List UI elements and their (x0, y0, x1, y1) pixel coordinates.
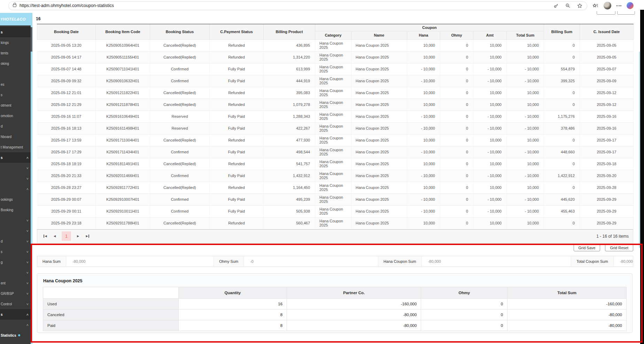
table-row[interactable]: 2025-09-09 09:32K25090910632H01Confirmed… (37, 75, 634, 87)
last-page-button[interactable]: ▶ (84, 232, 91, 240)
cell-billing: 0 (544, 182, 580, 193)
sidebar-item[interactable]: Control∨ (0, 299, 31, 309)
col-header-booking-date[interactable]: Booking Date (37, 24, 96, 39)
page-scrollbar[interactable] (639, 52, 640, 248)
zoom-out-icon[interactable] (565, 2, 571, 9)
sidebar-item[interactable]: s (0, 90, 31, 100)
table-row[interactable]: 2025-09-20 21:33K25092011466H01Confirmed… (37, 170, 634, 182)
table-row[interactable]: 2025-09-17 17:29K25091711434H01Confirmed… (37, 146, 634, 158)
sidebar-item[interactable]: ent∨ (0, 278, 31, 288)
current-page-button[interactable]: 1 (62, 231, 71, 241)
grid-save-button[interactable]: Grid Save (574, 244, 600, 251)
ohmy-sum-label: Ohmy Sum (214, 256, 244, 267)
cell-status: Confirmed (150, 205, 210, 217)
cell-ohmy: 0 (440, 99, 473, 110)
partial-button[interactable] (617, 11, 635, 15)
col-header-hana[interactable]: Hana (407, 31, 440, 39)
table-row[interactable]: 2025-09-05 13:20K25090510964H01Cancelled… (37, 39, 634, 51)
first-page-button[interactable]: ◀ (41, 232, 49, 240)
cell-partner: -160,000 (287, 299, 421, 309)
cell-amt: 10,000 (473, 182, 507, 193)
collections-icon[interactable] (592, 2, 598, 9)
col-header-payment-status[interactable]: C.Payment Status (210, 24, 264, 39)
sidebar-item[interactable]: omotion (0, 110, 31, 121)
grid-reset-button[interactable]: Grid Reset (605, 244, 633, 251)
sidebar-item[interactable]: ∧ (0, 320, 31, 330)
cell-status: Confirmed (150, 146, 210, 158)
col-header-category[interactable]: Category (315, 31, 351, 39)
col-header-name[interactable]: Name (351, 31, 407, 39)
table-row[interactable]: 2025-09-16 18:13K25091611498H01ReservedF… (37, 122, 634, 134)
sidebar-item[interactable]: ∨ (0, 163, 31, 173)
browser-menu-icon[interactable] (616, 5, 621, 6)
col-header-booking-item-code[interactable]: Booking Item Code (96, 24, 150, 39)
cell-ohmy: 0 (440, 170, 473, 182)
address-bar[interactable]: https://test-adm.ohmyhotel.com/coupon-st… (8, 1, 587, 10)
cell-amt: - 10,000 (473, 193, 507, 205)
cell-product: 444,919 (264, 75, 315, 87)
previous-page-button[interactable]: ◀ (51, 232, 59, 240)
col-header-total-sum[interactable]: Total Sum (507, 31, 544, 39)
sidebar-item[interactable]: hboard (0, 131, 31, 142)
url-text[interactable]: https://test-adm.ohmyhotel.com/coupon-st… (20, 3, 549, 8)
cell-name: Hana Coupon 2025 (351, 193, 407, 205)
sidebar-item[interactable]: otment (0, 100, 31, 110)
table-row[interactable]: 2025-09-12 21:29K25091211878H01Cancelled… (37, 99, 634, 110)
table-row[interactable]: 2025-09-29 00:11K25092910011H01Confirmed… (37, 205, 634, 217)
sidebar-item[interactable]: ∨ (0, 225, 31, 236)
table-row[interactable]: 2025-09-16 11:07K25091610649H01ReservedF… (37, 110, 634, 122)
col-header-billing-product[interactable]: Billing Product (264, 24, 315, 39)
sidebar-item[interactable] (0, 69, 31, 79)
sidebar-item[interactable]: ∧ (0, 184, 31, 194)
copilot-icon[interactable] (627, 2, 634, 9)
col-header-issued-date[interactable]: C. Issued Date (580, 24, 634, 39)
sidebar-item[interactable]: tents (0, 48, 31, 58)
table-row[interactable]: 2025-09-18 18:19K25091811491H01Cancelled… (37, 158, 634, 170)
sidebar-item[interactable]: s∧ (0, 152, 31, 163)
sidebar-item[interactable]: t Management (0, 142, 31, 152)
table-row[interactable]: 2025-09-29 23:18K25092911788H01Cancelled… (37, 217, 634, 229)
app-logo[interactable]: YHOTEL&CO (0, 13, 32, 25)
sidebar-item[interactable]: g∨ (0, 257, 31, 267)
cell-total-sum: -80,000 (507, 309, 627, 320)
sidebar-scrollbar-track[interactable] (31, 25, 32, 344)
col-header-ohmy[interactable]: Ohmy (440, 31, 473, 39)
sidebar-item[interactable]: d∨ (0, 236, 31, 246)
sidebar-item[interactable]: kings (0, 37, 31, 48)
sidebar-item-coupon-statistics[interactable]: Statistics (0, 330, 31, 341)
profile-avatar[interactable] (604, 2, 611, 9)
sidebar-item[interactable]: ∨ (0, 215, 31, 225)
partial-button[interactable] (597, 11, 615, 15)
sidebar-item[interactable]: es (0, 79, 31, 90)
site-security-icon[interactable] (13, 4, 16, 7)
sidebar-item[interactable]: ∨ (0, 267, 31, 278)
table-row[interactable]: 2025-09-07 14:48K25090711041H01Confirmed… (37, 63, 634, 75)
sidebar-item-label: s (1, 156, 3, 160)
cell-item-code: K25092910007H01 (96, 193, 150, 205)
col-header-billing-sum[interactable]: Billing Sum (544, 24, 580, 39)
table-row[interactable]: 2025-09-12 21:01K25091211822H01Cancelled… (37, 87, 634, 99)
table-row[interactable]: 2025-09-17 13:59K25091711004H01Cancelled… (37, 134, 634, 146)
col-header-amt[interactable]: Amt (473, 31, 507, 39)
sidebar-item-selected-top[interactable]: s (0, 27, 31, 37)
sidebar-scrollbar-thumb[interactable] (31, 27, 32, 52)
cell-total: 10,000 (507, 158, 544, 170)
table-row[interactable]: 2025-09-29 00:07K25092910007H01Confirmed… (37, 193, 634, 205)
table-row[interactable]: 2025-09-05 14:17K25090511155H01Cancelled… (37, 51, 634, 63)
cell-hana: - 10,000 (407, 75, 440, 87)
sidebar-item[interactable]: GR/BSP∨ (0, 288, 31, 299)
sidebar-item[interactable]: d (0, 121, 31, 131)
cell-name: Hana Coupon 2025 (351, 158, 407, 170)
password-key-icon[interactable] (553, 2, 559, 9)
sidebar-item[interactable]: s∨ (0, 246, 31, 257)
sidebar-item[interactable]: ∨ (0, 173, 31, 184)
col-header-booking-status[interactable]: Booking Status (150, 24, 210, 39)
col-group-coupon: Coupon (315, 24, 544, 31)
favorite-star-icon[interactable] (576, 2, 583, 9)
sidebar-item[interactable]: ookings (0, 194, 31, 205)
next-page-button[interactable]: ▶ (74, 232, 82, 240)
sidebar-item[interactable]: oking (0, 58, 31, 69)
table-row[interactable]: 2025-09-28 23:27K25092811772H01Cancelled… (37, 182, 634, 193)
sidebar-item[interactable]: s∧ (0, 309, 31, 320)
sidebar-item[interactable]: Booking (0, 205, 31, 215)
